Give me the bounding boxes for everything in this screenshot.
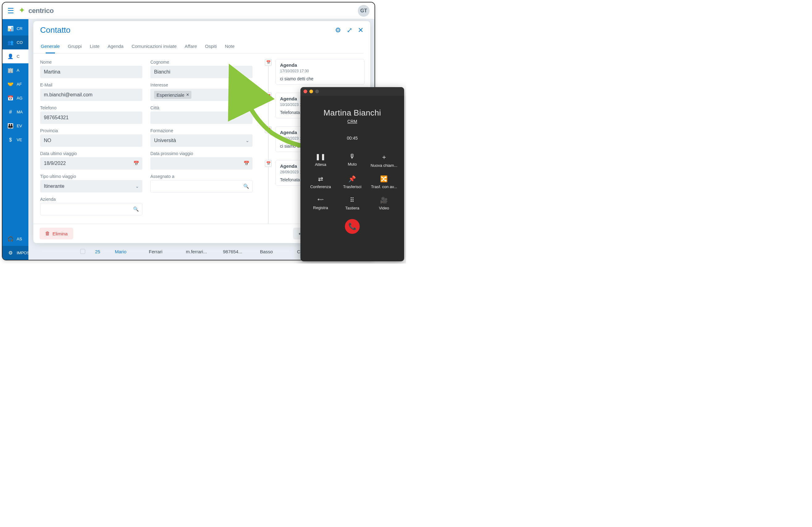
expand-icon[interactable]: ⤢ bbox=[347, 26, 352, 34]
email-input[interactable] bbox=[40, 89, 142, 101]
dollar-icon: $ bbox=[8, 137, 14, 143]
citta-label: Città bbox=[150, 105, 252, 110]
traffic-max-icon[interactable] bbox=[315, 89, 319, 93]
pin-icon: 📌 bbox=[348, 175, 356, 183]
sidebar-item-3[interactable]: 🏢A bbox=[2, 63, 28, 77]
tab-comunicazioni[interactable]: Comunicazioni inviate bbox=[131, 42, 177, 53]
dataprossimo-label: Data prossimo viaggio bbox=[150, 151, 252, 156]
row-checkbox[interactable] bbox=[80, 249, 85, 254]
video-icon: 🎥 bbox=[380, 197, 388, 204]
telefono-label: Telefono bbox=[40, 105, 142, 110]
email-label: E-Mail bbox=[40, 83, 142, 87]
telefono-input[interactable] bbox=[40, 112, 142, 124]
tab-liste[interactable]: Liste bbox=[89, 42, 100, 53]
row-telefono: 987654... bbox=[223, 249, 254, 254]
remove-tag-icon[interactable]: × bbox=[186, 92, 189, 98]
dialog-title: Contatto bbox=[40, 25, 70, 35]
tab-note[interactable]: Note bbox=[224, 42, 235, 53]
dataprossimo-input[interactable]: 📅 bbox=[150, 157, 252, 170]
hold-button[interactable]: ❚❚Attesa bbox=[305, 153, 336, 168]
assegnato-input[interactable]: 🔍 bbox=[150, 180, 252, 193]
interesse-input[interactable]: Esperienziale× bbox=[150, 89, 252, 101]
phone-titlebar bbox=[301, 87, 404, 96]
row-id[interactable]: 25 bbox=[95, 249, 109, 254]
shuffle-icon: 🔀 bbox=[380, 175, 388, 183]
plus-icon: ＋ bbox=[381, 153, 387, 161]
sidebar-item-8[interactable]: $VE bbox=[2, 133, 28, 147]
tipoultimo-select[interactable]: Itinerante⌄ bbox=[40, 180, 142, 193]
pause-icon: ❚❚ bbox=[315, 153, 326, 160]
sidebar-item-4[interactable]: 🤝AF bbox=[2, 77, 28, 91]
handshake-icon: 🤝 bbox=[8, 81, 14, 87]
calendar-icon: 📅 bbox=[265, 160, 272, 167]
avatar[interactable]: GT bbox=[358, 5, 369, 17]
gear-icon[interactable]: ⚙ bbox=[335, 26, 341, 34]
logo[interactable]: centrico bbox=[18, 7, 54, 15]
row-nome[interactable]: Mario bbox=[115, 249, 143, 254]
transfer-button[interactable]: 📌Trasferisci bbox=[336, 175, 368, 189]
caller-source[interactable]: CRM bbox=[347, 119, 357, 124]
users-icon: 👥 bbox=[8, 40, 14, 45]
caller-name: Martina Bianchi bbox=[323, 108, 381, 118]
record-button[interactable]: ⬳Registra bbox=[305, 197, 336, 210]
nome-input[interactable] bbox=[40, 66, 142, 78]
calendar-icon: 📅 bbox=[244, 161, 249, 166]
hamburger-icon[interactable]: ☰ bbox=[8, 6, 14, 15]
provincia-input[interactable] bbox=[40, 134, 142, 147]
building-icon: 🏢 bbox=[8, 67, 14, 73]
chevron-down-icon: ⌄ bbox=[135, 184, 139, 189]
group-icon: 👪 bbox=[8, 123, 14, 129]
logo-icon bbox=[18, 7, 27, 15]
chevron-down-icon: ⌄ bbox=[245, 138, 249, 143]
sidebar-item-5[interactable]: 📅AG bbox=[2, 91, 28, 105]
traffic-min-icon[interactable] bbox=[309, 89, 313, 93]
interesse-tag[interactable]: Esperienziale× bbox=[154, 91, 191, 99]
sidebar-item-1[interactable]: 👥CO bbox=[2, 35, 28, 49]
conference-icon: ⇄ bbox=[318, 175, 323, 183]
hangup-button[interactable]: 📞 bbox=[345, 219, 360, 234]
sidebar-item-2[interactable]: 👤C bbox=[2, 49, 28, 63]
sidebar: 📊CR 👥CO 👤C 🏢A 🤝AF 📅AG #MA 👪EV $VE 🎧AS ⚙I… bbox=[2, 19, 28, 260]
row-email: m.ferrari... bbox=[186, 249, 217, 254]
timeline-item[interactable]: 📅 Agenda 17/10/2023 17:30 ci siamo detti… bbox=[259, 59, 365, 85]
new-call-button[interactable]: ＋Nuova chiam... bbox=[368, 153, 400, 168]
tab-generale[interactable]: Generale bbox=[40, 42, 60, 53]
sidebar-item-settings[interactable]: ⚙IMPOSTAZIONI⌄ bbox=[2, 246, 28, 260]
trash-icon: 🗑 bbox=[45, 231, 50, 236]
keypad-button[interactable]: ⠿Tastiera bbox=[336, 197, 368, 210]
dialog-header: Contatto ⚙ ⤢ ✕ bbox=[33, 21, 370, 36]
tab-ospiti[interactable]: Ospiti bbox=[204, 42, 217, 53]
mute-button[interactable]: 🎙Muto bbox=[336, 153, 368, 168]
row-cognome: Ferrari bbox=[149, 249, 180, 254]
tab-agenda[interactable]: Agenda bbox=[107, 42, 124, 53]
sidebar-item-6[interactable]: #MA bbox=[2, 105, 28, 119]
transfer-attended-button[interactable]: 🔀Trasf. con av... bbox=[368, 175, 400, 189]
traffic-close-icon[interactable] bbox=[304, 89, 307, 93]
tab-gruppi[interactable]: Gruppi bbox=[67, 42, 83, 53]
azienda-input[interactable]: 🔍 bbox=[40, 203, 142, 215]
close-icon[interactable]: ✕ bbox=[358, 26, 363, 34]
sidebar-item-assist[interactable]: 🎧AS bbox=[2, 232, 28, 246]
headset-icon: 🎧 bbox=[8, 236, 14, 242]
formazione-select[interactable]: Università⌄ bbox=[150, 134, 252, 147]
interesse-label: Interesse bbox=[150, 83, 252, 87]
logo-text: centrico bbox=[28, 7, 54, 15]
topbar: ☰ centrico GT bbox=[2, 2, 375, 19]
tab-affare[interactable]: Affare bbox=[184, 42, 198, 53]
citta-input[interactable] bbox=[150, 112, 252, 124]
form: Nome Cognome E-Mail InteresseEsperienzia… bbox=[33, 54, 259, 224]
tabs: Generale Gruppi Liste Agenda Comunicazio… bbox=[33, 39, 363, 54]
sidebar-item-7[interactable]: 👪EV bbox=[2, 119, 28, 133]
nome-label: Nome bbox=[40, 60, 142, 65]
keypad-icon: ⠿ bbox=[350, 197, 354, 204]
video-button[interactable]: 🎥Video bbox=[368, 197, 400, 210]
assegnato-label: Assegnato a bbox=[150, 174, 252, 179]
mic-icon: 🎙 bbox=[349, 153, 356, 160]
cogs-icon: ⚙ bbox=[8, 250, 14, 256]
delete-button[interactable]: 🗑Elimina bbox=[40, 228, 73, 239]
dataultimo-input[interactable]: 18/9/2022📅 bbox=[40, 157, 142, 170]
cognome-input[interactable] bbox=[150, 66, 252, 78]
waveform-icon: ⬳ bbox=[317, 197, 323, 203]
sidebar-item-0[interactable]: 📊CR bbox=[2, 22, 28, 35]
conference-button[interactable]: ⇄Conferenza bbox=[305, 175, 336, 189]
